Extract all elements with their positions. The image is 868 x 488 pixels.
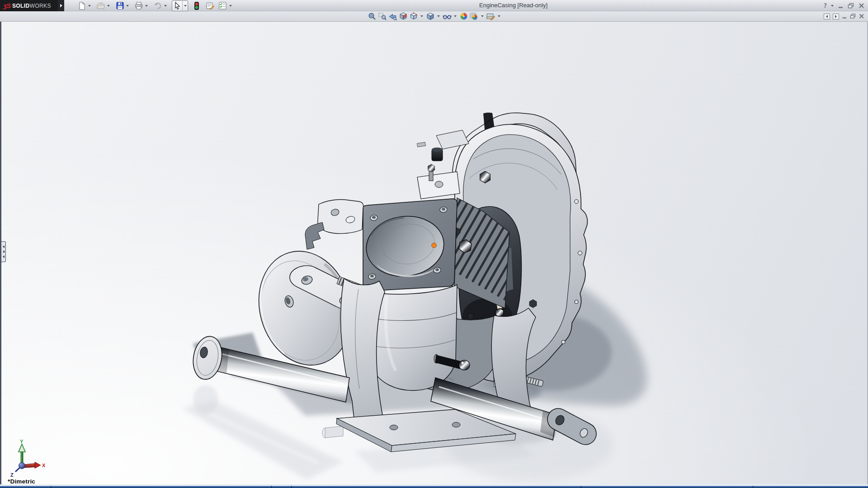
doc-restore-button[interactable]	[850, 14, 856, 19]
print-dropdown[interactable]	[144, 1, 149, 11]
view-settings-dropdown[interactable]	[496, 12, 501, 21]
upper-mount-bracket[interactable]	[305, 199, 363, 249]
hide-show-items-dropdown[interactable]	[453, 12, 458, 21]
select-cursor-icon	[174, 2, 181, 9]
zoom-to-area-button[interactable]	[377, 12, 387, 21]
doc-minimize-icon	[842, 14, 847, 19]
x-arrowhead	[35, 462, 41, 469]
collapse-arrow-icon	[3, 250, 5, 253]
select-tool-group	[172, 0, 188, 11]
expander-arrow-icon	[60, 4, 63, 8]
menu-expander-button[interactable]	[58, 0, 64, 11]
print-button[interactable]	[134, 1, 144, 11]
select-dropdown[interactable]	[182, 1, 188, 11]
options-checklist-icon	[219, 2, 227, 9]
carb-flange[interactable]	[363, 199, 457, 291]
zoom-to-fit-icon	[368, 12, 376, 20]
save-floppy-icon	[116, 2, 124, 9]
orientation-triad: Y X Z	[4, 440, 49, 480]
new-document-button[interactable]	[77, 1, 87, 11]
section-view-icon	[399, 12, 407, 20]
engine-casing-model[interactable]	[1, 22, 867, 485]
doc-close-icon	[859, 14, 864, 19]
edit-appearance-button[interactable]	[459, 12, 468, 21]
hide-show-items-button[interactable]	[442, 12, 452, 21]
undo-button[interactable]	[153, 1, 163, 11]
open-dropdown[interactable]	[106, 1, 111, 11]
x-axis[interactable]	[24, 464, 36, 468]
minimize-icon	[838, 3, 844, 9]
apply-scene-dropdown[interactable]	[480, 12, 485, 21]
bolt	[480, 171, 491, 183]
printer-icon	[135, 2, 143, 9]
zoom-to-fit-button[interactable]	[367, 12, 377, 21]
x-axis-label: X	[42, 463, 46, 468]
help-dropdown[interactable]	[831, 5, 834, 7]
rebuild-button[interactable]	[192, 1, 202, 11]
undo-arrow-icon	[154, 2, 162, 9]
status-bar-edge	[0, 486, 868, 488]
y-axis-label: Y	[20, 440, 24, 444]
view-orientation-label: *Dimetric	[8, 478, 35, 485]
title-bar: ʒS SOLID WORKS	[0, 0, 868, 11]
status-divider	[51, 486, 51, 488]
status-divider	[753, 486, 753, 488]
heads-up-row	[0, 11, 868, 22]
file-properties-icon	[206, 2, 214, 9]
selection-point[interactable]	[432, 243, 436, 248]
document-window-controls	[824, 11, 864, 21]
window-controls: ?	[824, 0, 864, 11]
document-title: EngineCasing [Read-only]	[479, 2, 615, 9]
previous-view-icon	[389, 13, 397, 20]
open-button[interactable]	[96, 1, 106, 11]
status-divider	[581, 486, 581, 488]
previous-view-button[interactable]	[388, 12, 397, 21]
heads-up-toolbar	[367, 11, 503, 21]
y-arrowhead	[19, 444, 25, 452]
z-axis-label: Z	[10, 472, 14, 478]
doc-close-button[interactable]	[859, 14, 864, 19]
save-button[interactable]	[115, 1, 125, 11]
origin-ball	[19, 463, 25, 469]
close-icon	[859, 3, 864, 9]
section-view-button[interactable]	[398, 12, 408, 21]
next-window-button[interactable]	[833, 14, 839, 19]
display-style-icon	[426, 12, 434, 20]
prev-window-button[interactable]	[824, 14, 830, 19]
new-document-dropdown[interactable]	[87, 1, 92, 11]
select-button[interactable]	[172, 1, 182, 11]
view-settings-button[interactable]	[486, 12, 495, 21]
restore-button[interactable]	[848, 3, 854, 9]
status-divider	[271, 486, 272, 488]
graphics-area[interactable]: Y X Z *Dimetric	[0, 22, 868, 485]
apply-scene-icon	[470, 12, 478, 20]
doc-minimize-button[interactable]	[842, 14, 847, 19]
file-properties-button[interactable]	[205, 1, 215, 11]
prev-window-icon	[824, 14, 830, 19]
feature-manager-collapsed-tab[interactable]	[1, 241, 6, 262]
help-button[interactable]: ?	[824, 2, 827, 9]
view-orientation-dropdown[interactable]	[419, 12, 424, 21]
undo-dropdown[interactable]	[163, 1, 168, 11]
minimize-button[interactable]	[838, 3, 844, 9]
brand-solid: SOLID	[12, 3, 30, 9]
doc-restore-icon	[850, 14, 856, 19]
save-dropdown[interactable]	[125, 1, 130, 11]
new-document-icon	[78, 2, 86, 10]
status-bar	[0, 484, 868, 488]
display-style-dropdown[interactable]	[436, 12, 441, 21]
3ds-logo-icon: ʒS	[3, 2, 10, 9]
solidworks-window: { "window": { "brand": { "glyph": "ʒS", …	[0, 0, 868, 488]
close-button[interactable]	[859, 3, 864, 9]
apply-scene-button[interactable]	[469, 12, 479, 21]
eyeglasses-icon	[443, 13, 452, 20]
options-button[interactable]	[218, 1, 228, 11]
view-orientation-icon	[410, 12, 418, 20]
collapse-arrow-icon	[3, 245, 5, 248]
display-style-button[interactable]	[425, 12, 435, 21]
status-divider	[291, 486, 292, 488]
options-dropdown[interactable]	[228, 1, 233, 11]
appearance-ball-icon	[460, 12, 468, 20]
view-orientation-button[interactable]	[409, 12, 418, 21]
restore-icon	[848, 3, 854, 9]
